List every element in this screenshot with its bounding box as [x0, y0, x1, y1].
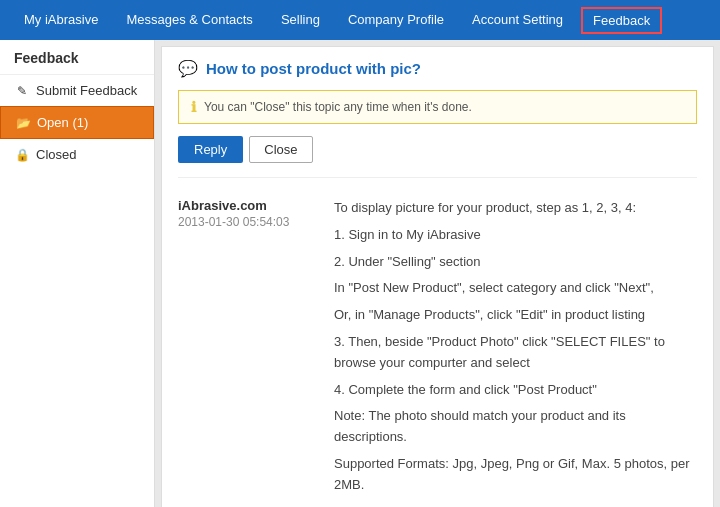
thread-entry-main: iAbrasive.com 2013-01-30 05:54:03 To dis… [178, 188, 697, 507]
nav-company-profile[interactable]: Company Profile [334, 0, 458, 40]
edit-icon: ✎ [14, 84, 30, 98]
sidebar-item-closed[interactable]: 🔒 Closed [0, 139, 154, 170]
thread-body-line: To display picture for your product, ste… [334, 198, 697, 219]
chat-icon: 💬 [178, 59, 198, 78]
nav-my-iabrasive[interactable]: My iAbrasive [10, 0, 112, 40]
nav-messages-contacts[interactable]: Messages & Contacts [112, 0, 266, 40]
nav-selling[interactable]: Selling [267, 0, 334, 40]
thread-body-line: Or, in "Manage Products", click "Edit" i… [334, 305, 697, 326]
main-layout: Feedback ✎ Submit Feedback 📂 Open (1) 🔒 … [0, 40, 720, 507]
info-icon: ℹ [191, 99, 196, 115]
thread-body-line: In "Post New Product", select category a… [334, 278, 697, 299]
close-button[interactable]: Close [249, 136, 312, 163]
thread-body: To display picture for your product, ste… [334, 198, 697, 502]
action-buttons: Reply Close [178, 136, 697, 163]
sidebar-title: Feedback [0, 40, 154, 75]
thread-date: 2013-01-30 05:54:03 [178, 215, 318, 229]
thread-body-line: 3. Then, beside "Product Photo" click "S… [334, 332, 697, 374]
lock-icon: 🔒 [14, 148, 30, 162]
sidebar-item-submit-feedback[interactable]: ✎ Submit Feedback [0, 75, 154, 106]
page-title: How to post product with pic? [206, 60, 421, 77]
sidebar-label-submit: Submit Feedback [36, 83, 137, 98]
thread-meta: iAbrasive.com 2013-01-30 05:54:03 [178, 198, 318, 502]
thread-section: iAbrasive.com 2013-01-30 05:54:03 To dis… [178, 177, 697, 507]
sidebar-label-closed: Closed [36, 147, 76, 162]
thread-author: iAbrasive.com [178, 198, 318, 213]
nav-account-setting[interactable]: Account Setting [458, 0, 577, 40]
reply-button[interactable]: Reply [178, 136, 243, 163]
content-area: 💬 How to post product with pic? ℹ You ca… [161, 46, 714, 507]
sidebar-item-open[interactable]: 📂 Open (1) [0, 106, 154, 139]
nav-feedback[interactable]: Feedback [581, 7, 662, 34]
folder-open-icon: 📂 [15, 116, 31, 130]
thread-body-line: Note: The photo should match your produc… [334, 406, 697, 448]
thread-body-line: Supported Formats: Jpg, Jpeg, Png or Gif… [334, 454, 697, 496]
thread-body-line: 2. Under "Selling" section [334, 252, 697, 273]
info-box: ℹ You can "Close" this topic any time wh… [178, 90, 697, 124]
sidebar-label-open: Open (1) [37, 115, 88, 130]
top-navigation: My iAbrasive Messages & Contacts Selling… [0, 0, 720, 40]
thread-body-line: 1. Sign in to My iAbrasive [334, 225, 697, 246]
thread-body-line: 4. Complete the form and click "Post Pro… [334, 380, 697, 401]
sidebar: Feedback ✎ Submit Feedback 📂 Open (1) 🔒 … [0, 40, 155, 507]
info-message: You can "Close" this topic any time when… [204, 100, 472, 114]
page-title-row: 💬 How to post product with pic? [178, 59, 697, 78]
